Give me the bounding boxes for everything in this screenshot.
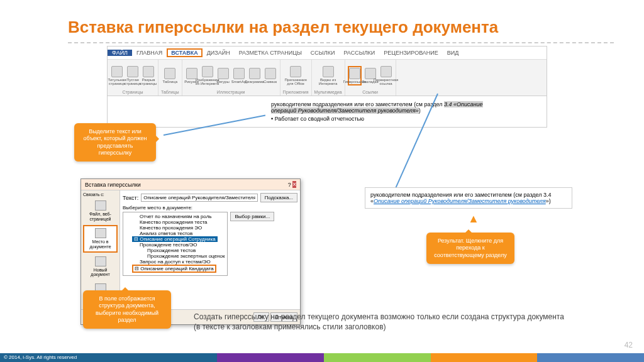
hint-button[interactable]: Подсказка... [260, 193, 297, 202]
tree-node[interactable]: Качество прохождения теста [126, 219, 225, 225]
link-to-label: Связать с: [83, 192, 118, 197]
arrow-up-icon: ▲ [468, 212, 479, 226]
doc-text: руководителем подразделения или его заме… [271, 101, 444, 107]
frame-button[interactable]: Выбор рамки... [230, 212, 274, 221]
tree-node[interactable]: Отчет по назначениям на роль [126, 214, 225, 219]
ribbon-Перекрестная ссылка[interactable]: Перекрестная ссылка [379, 66, 393, 85]
tab-file[interactable]: ФАЙЛ [108, 50, 132, 56]
tree-node[interactable]: Качество прохождения ЭО [126, 225, 225, 231]
copyright: © 2014, i-Sys. All rights reserved [0, 353, 217, 362]
ribbon-Видео из Интернета[interactable]: Видео из Интернета [321, 66, 335, 85]
ribbon-Гиперссылка[interactable]: Гиперссылка [348, 66, 362, 85]
ribbon-groups: Титульная страницаПустая страницаРазрыв … [108, 59, 547, 96]
text-label: Текст: [123, 195, 138, 201]
page-number: 42 [625, 341, 633, 349]
help-icon[interactable]: ? [288, 182, 291, 188]
ribbon-SmartArt[interactable]: SmartArt [232, 68, 246, 84]
tree-node[interactable]: Запрос на доступ к тестам/ЭО [126, 259, 225, 265]
word-ribbon-screenshot: ФАЙЛ ГЛАВНАЯ ВСТАВКА ДИЗАЙН РАЗМЕТКА СТР… [107, 46, 547, 128]
link-opt-web[interactable]: Файл, веб-страницей [83, 198, 118, 224]
tree-node[interactable]: ⊟ Описание операций Сотрудника [126, 236, 225, 242]
footer-bar: © 2014, i-Sys. All rights reserved [0, 353, 644, 362]
tree-node[interactable]: ⊟ Описание операций Кандидата [126, 265, 225, 273]
tree-node[interactable]: Прохождение тестов [126, 248, 225, 253]
link-opt-new[interactable]: Новый документ [83, 254, 118, 280]
ribbon-Таблица[interactable]: Таблица [163, 68, 177, 84]
doc-text-highlight: 3.4 «Описание [444, 101, 483, 107]
place-label: Выберите место в документе: [123, 205, 297, 211]
ribbon-Снимок[interactable]: Снимок [264, 68, 277, 84]
divider [68, 42, 614, 43]
tab-mail[interactable]: РАССЫЛКИ [339, 50, 379, 56]
dialog-titlebar: Вставка гиперссылки ? × [81, 179, 300, 190]
document-area: руководителем подразделения или его заме… [108, 96, 547, 127]
tree-node[interactable]: Прохождение экспертных оценок [126, 253, 225, 259]
callout-select-text: Выделите текст или объект, который долже… [74, 123, 156, 162]
ribbon-Пустая страница[interactable]: Пустая страница [126, 66, 140, 85]
tree-node[interactable]: Прохождение тестов/ЭО [126, 242, 225, 248]
link-opt-place[interactable]: Место в документе [83, 225, 118, 252]
text-input[interactable] [141, 194, 258, 202]
ribbon-Разрыв страницы[interactable]: Разрыв страницы [142, 66, 155, 85]
doc-text-highlight: операций Руководителя/Заместителя руково… [271, 107, 419, 114]
tab-design[interactable]: ДИЗАЙН [203, 50, 235, 56]
dialog-title: Вставка гиперссылки [85, 182, 141, 188]
tab-view[interactable]: ВИД [443, 50, 464, 56]
tab-insert[interactable]: ВСТАВКА [167, 48, 202, 57]
tab-review[interactable]: РЕЦЕНЗИРОВАНИЕ [379, 50, 443, 56]
tab-layout[interactable]: РАЗМЕТКА СТРАНИЦЫ [235, 50, 306, 56]
ribbon-Диаграмма[interactable]: Диаграмма [248, 68, 262, 84]
ribbon-Фигуры[interactable]: Фигуры [216, 68, 230, 84]
ribbon-tabs: ФАЙЛ ГЛАВНАЯ ВСТАВКА ДИЗАЙН РАЗМЕТКА СТР… [108, 47, 547, 59]
callout-result: Результат. Щелкните для перехода к соотв… [426, 233, 514, 264]
tab-refs[interactable]: ССЫЛКИ [306, 50, 340, 56]
tree-node[interactable]: Анализ ответов тестов [126, 231, 225, 236]
ribbon-Титульная страница[interactable]: Титульная страница [110, 66, 124, 85]
slide-title: Вставка гиперссылки на раздел текущего д… [0, 0, 644, 42]
result-link[interactable]: Описание операций Руководителя/Заместите… [374, 198, 546, 204]
document-tree[interactable]: Отчет по назначениям на рольКачество про… [123, 212, 228, 276]
ribbon-Изображения из Интернета[interactable]: Изображения из Интернета [201, 66, 214, 85]
callout-tree: В поле отображается структура документа,… [83, 290, 171, 329]
doc-bullet: • Работает со сводной отчетностью [271, 116, 534, 122]
close-icon[interactable]: × [292, 181, 296, 188]
ribbon-Приложения для Office[interactable]: Приложения для Office [289, 66, 303, 85]
footer-note: Создать гиперссылку на раздел текущего д… [194, 312, 571, 332]
tab-home[interactable]: ГЛАВНАЯ [132, 50, 167, 56]
result-preview: руководителем подразделения или его заме… [365, 187, 572, 209]
